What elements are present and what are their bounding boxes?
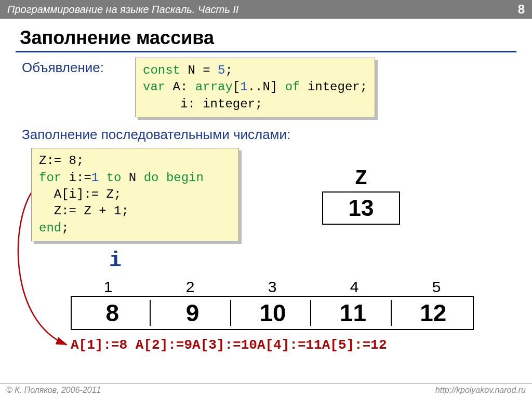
array-index: 3 xyxy=(235,278,310,296)
label-declaration: Объявление: xyxy=(22,60,135,76)
array-index: 5 xyxy=(399,278,474,296)
copyright: © К. Поляков, 2006-2011 xyxy=(6,386,101,395)
array-cell: 8 xyxy=(72,297,152,329)
array-cell: 10 xyxy=(232,297,312,329)
array-index: 1 xyxy=(71,278,145,296)
slide-title: Заполнение массива xyxy=(20,27,516,49)
title-divider xyxy=(16,51,516,52)
z-label: Z xyxy=(322,167,400,190)
i-label: i xyxy=(109,249,122,272)
array-visual: 1 2 3 4 5 8 9 10 11 12 xyxy=(71,278,481,330)
z-value-box: 13 xyxy=(322,191,400,225)
footer-url: http://kpolyakov.narod.ru xyxy=(435,386,526,395)
page-number: 8 xyxy=(518,2,525,17)
code-fill: Z:= 8; for i:=1 to N do begin A[i]:= Z; … xyxy=(31,148,239,241)
slide-header: Программирование на языке Паскаль. Часть… xyxy=(0,0,532,19)
label-fill: Заполнение последовательными числами: xyxy=(22,127,516,143)
array-cell: 9 xyxy=(152,297,232,329)
slide-subject: Программирование на языке Паскаль. Часть… xyxy=(7,4,238,16)
array-index: 2 xyxy=(153,278,228,296)
array-cell: 11 xyxy=(312,297,392,329)
array-cell: 12 xyxy=(393,297,473,329)
z-panel: Z 13 xyxy=(322,167,400,225)
array-index: 4 xyxy=(317,278,392,296)
assignment-trace: A[1]:=8 A[2]:=9 A[3]:=10 A[4]:=11 A[5]:=… xyxy=(71,337,387,353)
slide-footer: © К. Поляков, 2006-2011 http://kpolyakov… xyxy=(0,383,532,398)
code-declaration: const N = 5; var A: array[1..N] of integ… xyxy=(135,58,375,117)
